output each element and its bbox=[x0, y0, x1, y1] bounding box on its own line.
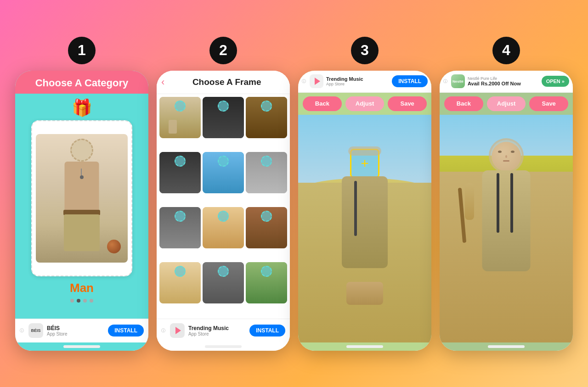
phone-frame-2: ‹ Choose A Frame bbox=[157, 71, 290, 351]
home-indicator-4 bbox=[488, 345, 525, 348]
screen1-body: 🎁 bbox=[15, 94, 148, 319]
ad-store-3: App Store bbox=[326, 82, 389, 86]
nestle-ad-bar: ⓘ Nestlé Nestlé Pure Life Avail Rs.2000 … bbox=[440, 71, 573, 93]
grid-cell-4[interactable] bbox=[159, 152, 201, 193]
step-1-number: 1 bbox=[68, 37, 96, 64]
step-4-number: 4 bbox=[492, 37, 520, 64]
install-btn-1[interactable]: INSTALL bbox=[108, 325, 144, 337]
play-icon-2 bbox=[175, 327, 181, 334]
headwrap-3 bbox=[348, 146, 381, 156]
phone-frame-1: Choose A Category 🎁 bbox=[15, 71, 148, 351]
grid-cell-6[interactable] bbox=[246, 152, 287, 193]
figure-container-3: + bbox=[298, 115, 431, 342]
ad-name-1: BÉIS bbox=[47, 325, 104, 331]
category-label: Man bbox=[70, 281, 94, 295]
beis-icon: BÉIS bbox=[28, 323, 43, 338]
adjust-btn-4[interactable]: Adjust bbox=[487, 96, 526, 111]
scene-3: + bbox=[298, 115, 431, 342]
save-btn-4[interactable]: Save bbox=[529, 96, 568, 111]
ad-store-1: App Store bbox=[47, 331, 104, 337]
grid-cell-10[interactable] bbox=[159, 262, 201, 303]
headwrap-4 bbox=[489, 138, 524, 173]
screen1-header: Choose A Category bbox=[15, 71, 148, 94]
ad-text-2: Trending Music App Store bbox=[188, 325, 246, 337]
nestle-logo-text: Nestlé bbox=[452, 79, 464, 84]
robe-3 bbox=[342, 176, 388, 268]
open-btn-4[interactable]: OPEN » bbox=[542, 76, 569, 87]
grid-cell-12[interactable] bbox=[246, 262, 287, 303]
save-btn-3[interactable]: Save bbox=[388, 96, 427, 111]
ad-bar-2: ⓘ Trending Music App Store INSTALL bbox=[157, 319, 290, 342]
gift-icon: 🎁 bbox=[72, 98, 92, 118]
back-arrow-2[interactable]: ‹ bbox=[161, 76, 164, 88]
home-indicator-1 bbox=[63, 345, 100, 348]
photo-card-1[interactable] bbox=[31, 120, 132, 276]
desert-man-4 bbox=[465, 142, 548, 303]
back-btn-4[interactable]: Back bbox=[444, 96, 483, 111]
step-3-wrapper: 3 ⓘ Trending Music App Store INSTALL bbox=[298, 37, 431, 351]
ad-info-icon-2: ⓘ bbox=[161, 328, 165, 334]
screen1: Choose A Category 🎁 bbox=[15, 71, 148, 351]
screen4: ⓘ Nestlé Nestlé Pure Life Avail Rs.2000 … bbox=[440, 71, 573, 351]
figure-container-4 bbox=[440, 115, 573, 342]
main-container: 1 Choose A Category 🎁 bbox=[6, 28, 582, 360]
grid-cell-5[interactable] bbox=[203, 152, 244, 193]
screen2-title: Choose A Frame bbox=[168, 77, 285, 87]
ad-info-4: ⓘ bbox=[443, 79, 447, 84]
nestle-logo: Nestlé bbox=[451, 74, 465, 88]
install-btn-2[interactable]: INSTALL bbox=[249, 325, 285, 337]
ad-bar-top-3: ⓘ Trending Music App Store INSTALL bbox=[298, 71, 431, 93]
plus-icon-3: + bbox=[361, 156, 369, 171]
phone-frame-3: ⓘ Trending Music App Store INSTALL Back … bbox=[298, 71, 431, 351]
trending-icon-3 bbox=[310, 74, 323, 88]
ad-info-3: ⓘ bbox=[302, 79, 306, 84]
dot-3 bbox=[83, 299, 87, 303]
strap-4a bbox=[497, 173, 499, 233]
dot-2 bbox=[77, 299, 80, 303]
back-btn-3[interactable]: Back bbox=[303, 96, 342, 111]
scene-4 bbox=[440, 115, 573, 342]
adjust-btn-3[interactable]: Adjust bbox=[345, 96, 384, 111]
dots-row bbox=[70, 299, 93, 303]
beis-logo-text: BÉIS bbox=[31, 328, 40, 333]
install-btn-3[interactable]: INSTALL bbox=[392, 75, 428, 87]
strap-3 bbox=[354, 181, 357, 236]
step-3-number: 3 bbox=[351, 37, 379, 64]
phone-frame-4: ⓘ Nestlé Nestlé Pure Life Avail Rs.2000 … bbox=[440, 71, 573, 351]
play-icon-3 bbox=[315, 78, 320, 85]
grid-cell-2[interactable] bbox=[203, 97, 244, 138]
grid-cell-3[interactable] bbox=[246, 97, 287, 138]
action-bar-4: Back Adjust Save bbox=[440, 93, 573, 115]
ad-text-3: Trending Music App Store bbox=[326, 76, 389, 86]
dot-4 bbox=[90, 299, 93, 303]
grid-cell-1[interactable] bbox=[159, 97, 201, 138]
ad-bar-1: ⓘ BÉIS BÉIS App Store INSTALL bbox=[15, 319, 148, 342]
ad-text-1: BÉIS App Store bbox=[47, 325, 104, 337]
ad-info-icon-1: ⓘ bbox=[20, 328, 24, 334]
step-2-number: 2 bbox=[209, 37, 237, 64]
nestle-brand: Nestlé Pure Life bbox=[468, 76, 539, 81]
nestle-offer: Avail Rs.2000 Off Now bbox=[468, 81, 539, 86]
grid-cell-8[interactable] bbox=[203, 207, 244, 248]
ad-name-2: Trending Music bbox=[188, 325, 246, 331]
ad-name-3: Trending Music bbox=[326, 76, 389, 82]
screen2-header: ‹ Choose A Frame bbox=[157, 71, 290, 94]
screen3: ⓘ Trending Music App Store INSTALL Back … bbox=[298, 71, 431, 351]
nestle-ad-text: Nestlé Pure Life Avail Rs.2000 Off Now bbox=[468, 76, 539, 86]
desert-man-3: + bbox=[323, 149, 406, 309]
step-2-wrapper: 2 ‹ Choose A Frame bbox=[157, 37, 290, 351]
step-4-wrapper: 4 ⓘ Nestlé Nestlé Pure Life Avail Rs.200… bbox=[440, 37, 573, 351]
dot-1 bbox=[70, 299, 74, 303]
grid-cell-9[interactable] bbox=[246, 207, 287, 248]
action-bar-3: Back Adjust Save bbox=[298, 93, 431, 115]
trending-icon-2 bbox=[170, 323, 185, 338]
grid-cell-11[interactable] bbox=[203, 262, 244, 303]
frame-grid bbox=[157, 94, 290, 319]
step-1-wrapper: 1 Choose A Category 🎁 bbox=[15, 37, 148, 351]
strap-4b bbox=[510, 173, 513, 233]
home-indicator-2 bbox=[205, 345, 242, 348]
grid-cell-7[interactable] bbox=[159, 207, 201, 248]
screen2: ‹ Choose A Frame bbox=[157, 71, 290, 351]
arm-4 bbox=[465, 183, 474, 220]
camel-3 bbox=[346, 282, 383, 305]
